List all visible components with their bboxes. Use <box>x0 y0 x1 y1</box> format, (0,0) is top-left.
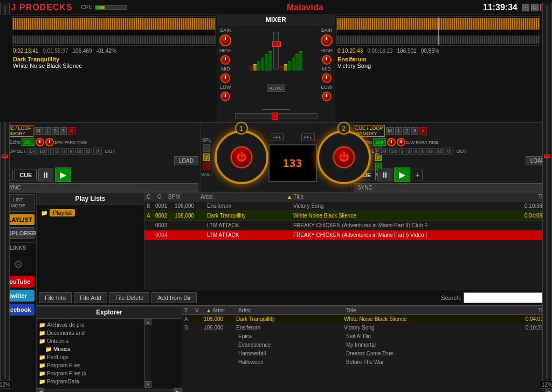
right-on-btn[interactable]: ON <box>373 138 386 146</box>
left-sync-btn[interactable]: SYNC <box>2 183 198 192</box>
center-fader-track[interactable] <box>273 32 279 69</box>
left-pitch-handle[interactable] <box>2 155 8 158</box>
left-cue-transport-btn[interactable]: CUE <box>15 170 37 180</box>
tree-hscroll-right[interactable]: ▶ <box>174 388 182 393</box>
playlist-name[interactable]: Playlist <box>50 209 75 216</box>
mixer-gain-knob-l[interactable] <box>219 34 231 46</box>
gear-icon[interactable]: ⚙ <box>10 256 26 272</box>
mixer-high-knob-l[interactable] <box>220 55 230 65</box>
search-input[interactable] <box>464 292 550 303</box>
right-waveform[interactable] <box>336 16 540 46</box>
mixer-low-knob-r[interactable] <box>322 92 332 101</box>
maximize-button[interactable]: □ <box>531 4 539 11</box>
left-frac-1-2[interactable]: 1/2 <box>38 148 47 155</box>
left-1-btn[interactable]: 1 <box>44 127 51 135</box>
playlist-item[interactable]: 📁 Playlist <box>39 207 142 218</box>
file-info-btn[interactable]: File Info <box>39 292 72 303</box>
right-frac-1-2[interactable]: 1/2 <box>389 148 398 155</box>
mixer-mid-knob-l[interactable] <box>220 73 230 83</box>
left-frac-16[interactable]: 16 <box>75 148 83 155</box>
center-fader-handle[interactable] <box>272 41 281 47</box>
left-pause-btn[interactable]: ⏸ <box>38 169 53 181</box>
list-item[interactable]: A 108,000 Dark Tranquillity White Noise … <box>182 315 546 324</box>
tree-item-programfiles-x[interactable]: 📁 Program Files (x <box>39 369 142 377</box>
right-frac-16[interactable]: 16 <box>426 148 434 155</box>
left-frac-1-4[interactable]: 1/4 <box>27 148 37 155</box>
left-power-icon[interactable]: ⏻ <box>237 152 246 163</box>
tree-item-documents[interactable]: 📁 Documents and <box>39 329 142 337</box>
right-frac-32[interactable]: 32 <box>436 148 444 155</box>
table-row[interactable]: B 0001 106,000 Ensiferum Victory Song 0:… <box>144 201 552 211</box>
tree-scroll-up[interactable]: ▲ <box>145 319 151 325</box>
right-x-btn[interactable]: X <box>419 127 427 135</box>
tree-item-archivos[interactable]: 📁 Archivos de pro <box>39 321 142 329</box>
right-frac-4[interactable]: 4 <box>413 148 418 155</box>
right-1-btn[interactable]: 1 <box>395 127 402 135</box>
left-3-btn[interactable]: 3 <box>60 127 67 135</box>
right-fx-knob1[interactable] <box>387 138 396 146</box>
left-frac-2[interactable]: 2 <box>55 148 60 155</box>
table-row[interactable]: A 0002 108,000 Dark Tranquillity White N… <box>144 211 552 221</box>
right-frac-1[interactable]: 1 <box>399 148 405 155</box>
tree-scroll-track[interactable] <box>145 325 151 381</box>
crossfader-handle[interactable] <box>272 113 278 120</box>
table-row[interactable]: 0004 LTM ATTACK FREAKY CHICKEN (Adventur… <box>144 230 552 240</box>
tree-item-perflogs[interactable]: 📁 PerfLogs <box>39 353 142 361</box>
right-plus-btn[interactable]: + <box>412 170 423 180</box>
left-frac-1[interactable]: 1 <box>48 148 53 155</box>
right-3-btn[interactable]: 3 <box>411 127 418 135</box>
left-x-btn[interactable]: X <box>68 127 75 135</box>
mixer-mid-knob-r[interactable] <box>322 73 332 83</box>
left-on-btn[interactable]: ON <box>22 138 34 146</box>
right-sync-btn[interactable]: SYNC <box>354 183 550 192</box>
list-item[interactable]: B 106,000 Ensiferum Victory Song 0:10:38 <box>182 324 546 332</box>
left-pfl-btn[interactable]: PFL <box>271 134 284 141</box>
auto-button[interactable]: AUTO <box>267 85 286 92</box>
right-2-btn[interactable]: 2 <box>403 127 410 135</box>
left-waveform[interactable] <box>12 16 216 46</box>
right-pitch-handle[interactable] <box>544 155 550 158</box>
right-power-icon[interactable]: ⏻ <box>339 152 349 163</box>
explorer-tree-scrollbar[interactable]: ▲ ▼ <box>144 319 151 388</box>
tree-item-ontecnia[interactable]: 📁 Ontecnia <box>39 337 142 345</box>
right-turntable[interactable]: 2 ⏻ <box>317 130 371 184</box>
left-2-btn[interactable]: 2 <box>52 127 59 135</box>
tree-item-programfiles[interactable]: 📁 Program Files <box>39 361 142 369</box>
mixer-high-knob-r[interactable] <box>322 55 332 65</box>
left-frac-32[interactable]: 32 <box>84 148 92 155</box>
right-pause-btn[interactable]: ⏸ <box>377 169 392 181</box>
tree-scroll-down[interactable]: ▼ <box>145 381 151 388</box>
right-fx-knob2[interactable] <box>397 138 405 146</box>
table-row[interactable]: 0003 LTM ATTACK FREAKY CHICKEN (Adventur… <box>144 221 552 230</box>
list-item[interactable]: Evanescence My Immortal <box>182 341 546 349</box>
left-play-btn[interactable]: ▶ <box>55 167 71 182</box>
right-frac-2[interactable]: 2 <box>406 148 412 155</box>
right-frac-8[interactable]: 8 <box>419 148 425 155</box>
mixer-gain-knob-r[interactable] <box>321 34 333 46</box>
list-item[interactable]: Epica Seif Al Din <box>182 332 546 341</box>
list-item[interactable]: Halloween Before The War <box>182 358 546 367</box>
right-pitch-slider[interactable]: 12% <box>542 3 552 389</box>
left-frac-8[interactable]: 8 <box>68 148 73 155</box>
file-add-dir-btn[interactable]: Add from Dir <box>151 292 197 303</box>
minimize-button[interactable]: – <box>522 4 529 11</box>
right-reload-btn[interactable]: ↺ <box>445 148 453 155</box>
right-pfl-btn[interactable]: PFL <box>301 134 315 141</box>
left-fx-knob1[interactable] <box>36 138 44 146</box>
left-m-btn[interactable]: M <box>34 127 43 135</box>
right-play-btn[interactable]: ▶ <box>394 167 410 182</box>
right-m-btn[interactable]: M <box>386 127 395 135</box>
tree-item-programdata[interactable]: 📁 ProgramData <box>39 377 142 386</box>
crossfader-track[interactable] <box>235 113 318 118</box>
list-item[interactable]: Hammerfall Dreams Come True <box>182 349 546 358</box>
mixer-low-knob-l[interactable] <box>220 92 230 101</box>
left-load-btn[interactable]: LOAD <box>174 156 198 165</box>
left-fx-knob2[interactable] <box>45 138 54 146</box>
tree-hscroll-left[interactable]: ◀ <box>37 388 44 393</box>
left-frac-4[interactable]: 4 <box>61 148 67 155</box>
tree-item-musica[interactable]: 📁 Música <box>39 345 142 353</box>
right-frac-1-4[interactable]: 1/4 <box>379 148 388 155</box>
left-reload-btn[interactable]: ↺ <box>93 148 102 155</box>
left-turntable[interactable]: 1 ⏻ <box>215 130 268 184</box>
file-add-btn[interactable]: File Add <box>74 292 107 303</box>
